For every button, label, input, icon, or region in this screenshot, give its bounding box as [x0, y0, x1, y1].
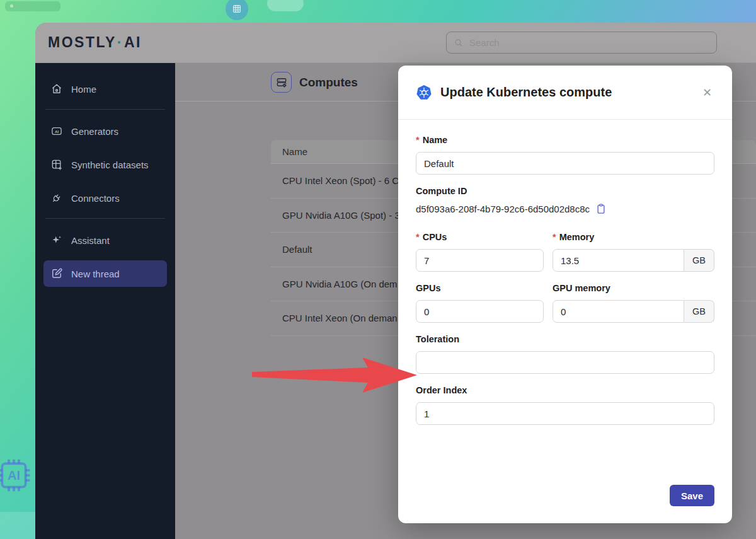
- sidebar-divider: [45, 109, 165, 110]
- name-field[interactable]: [416, 152, 714, 175]
- cpus-label: *CPUs: [416, 231, 544, 243]
- sidebar-item-label: Connectors: [71, 193, 120, 204]
- background-corner-card: [0, 512, 35, 539]
- memory-field[interactable]: [553, 249, 684, 272]
- required-marker: *: [416, 232, 420, 242]
- memory-field-group: GB: [553, 249, 714, 272]
- background-card-dot: [10, 4, 13, 8]
- sidebar-item-home[interactable]: Home: [43, 76, 167, 102]
- search-icon: [454, 38, 464, 48]
- sidebar-item-label: Assistant: [71, 235, 110, 246]
- connectors-plug-icon: [50, 192, 63, 204]
- gpu-memory-label: GPU memory: [553, 282, 714, 294]
- cpus-field[interactable]: [416, 249, 544, 272]
- gpu-memory-field-group: GB: [553, 300, 714, 323]
- topbar: MOSTLY·AI: [35, 23, 756, 63]
- svg-text:AI: AI: [8, 468, 20, 482]
- compute-name: CPU Intel Xeon (Spot) - 6 C: [282, 175, 399, 186]
- search-bar[interactable]: [446, 32, 717, 54]
- gpu-memory-field[interactable]: [553, 300, 684, 323]
- grid-badge-icon: [226, 0, 248, 20]
- sidebar-item-assistant[interactable]: Assistant: [43, 227, 167, 253]
- svg-text:AI: AI: [55, 129, 59, 134]
- gpus-field[interactable]: [416, 300, 544, 323]
- ai-chip-icon: AI: [0, 455, 34, 496]
- sidebar-item-synthetic-datasets[interactable]: Synthetic datasets: [43, 151, 167, 178]
- required-marker: *: [416, 135, 420, 145]
- sidebar-item-new-thread[interactable]: New thread: [43, 260, 167, 287]
- modal-body: *Name Compute ID d5f093a6-208f-4b79-92c6…: [398, 120, 732, 425]
- modal-header: Update Kubernetes compute ✕: [398, 66, 732, 120]
- logo-text-ai: AI: [124, 34, 142, 50]
- sidebar: Home AI Generators Synthetic datasets Co…: [35, 63, 175, 539]
- logo-text: MOSTLY: [48, 34, 117, 50]
- name-label: *Name: [416, 134, 714, 146]
- modal-title: Update Kubernetes compute: [440, 85, 692, 100]
- required-marker: *: [553, 232, 556, 242]
- background-pill: [267, 0, 304, 11]
- gpu-memory-unit-addon: GB: [684, 300, 714, 323]
- order-index-label: Order Index: [416, 384, 714, 397]
- compute-id-row: d5f093a6-208f-4b79-92c6-6d50d02d8c8c: [416, 203, 714, 214]
- sidebar-item-generators[interactable]: AI Generators: [43, 118, 167, 144]
- close-icon[interactable]: ✕: [700, 84, 714, 101]
- column-header-name: Name: [282, 146, 307, 157]
- home-icon: [50, 83, 63, 95]
- compute-name: CPU Intel Xeon (On deman: [282, 313, 398, 323]
- compute-name: GPU Nvidia A10G (On dem: [282, 279, 398, 289]
- synthetic-datasets-icon: [50, 158, 63, 171]
- gpus-label: GPUs: [416, 282, 544, 294]
- new-thread-edit-icon: [50, 267, 63, 280]
- save-button[interactable]: Save: [670, 485, 714, 506]
- sidebar-item-label: Synthetic datasets: [71, 159, 149, 170]
- sidebar-item-label: Home: [71, 84, 96, 95]
- sidebar-item-label: New thread: [71, 269, 120, 279]
- update-kubernetes-compute-modal: Update Kubernetes compute ✕ *Name Comput…: [398, 66, 732, 523]
- sidebar-item-connectors[interactable]: Connectors: [43, 185, 167, 211]
- sidebar-item-label: Generators: [71, 126, 118, 137]
- toleration-field[interactable]: [416, 351, 714, 374]
- clipboard-copy-icon[interactable]: [595, 203, 607, 214]
- memory-label: *Memory: [553, 231, 714, 243]
- order-index-field[interactable]: [416, 402, 714, 425]
- toleration-label: Toleration: [416, 333, 714, 345]
- memory-unit-addon: GB: [684, 249, 714, 272]
- logo-dot: ·: [117, 34, 124, 50]
- page-title: Computes: [299, 76, 358, 90]
- assistant-sparkle-icon: [50, 234, 63, 246]
- sidebar-divider: [45, 218, 165, 219]
- brand-logo: MOSTLY·AI: [48, 34, 142, 51]
- computes-server-icon: [271, 72, 292, 93]
- compute-name: Default: [282, 244, 312, 255]
- compute-id-label: Compute ID: [416, 185, 714, 197]
- compute-name: GPU Nvidia A10G (Spot) - 3: [282, 210, 400, 221]
- kubernetes-icon: [416, 84, 432, 101]
- compute-id-value: d5f093a6-208f-4b79-92c6-6d50d02d8c8c: [416, 204, 590, 214]
- search-input[interactable]: [469, 37, 709, 48]
- background-card: [5, 1, 60, 11]
- generators-ai-icon: AI: [50, 125, 63, 137]
